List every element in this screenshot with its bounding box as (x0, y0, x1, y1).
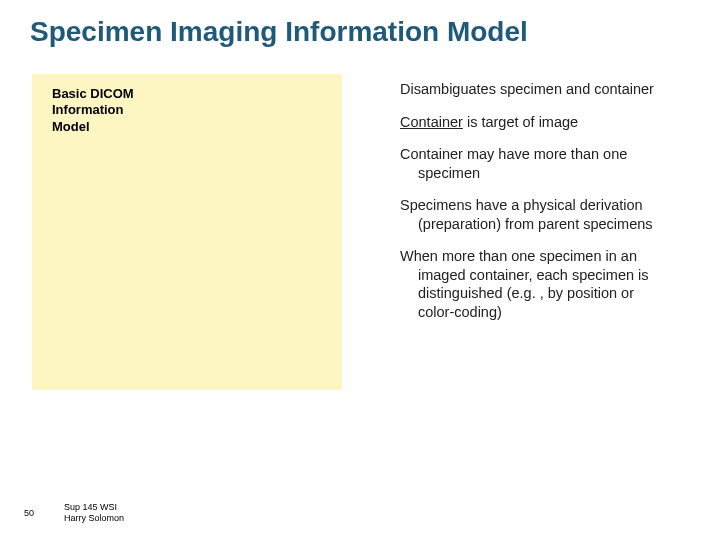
page-title: Specimen Imaging Information Model (30, 16, 528, 48)
underlined-word: Container (400, 114, 463, 130)
footer-text: Sup 145 WSI Harry Solomon (64, 502, 124, 524)
bullet-item: Container is target of image (400, 113, 670, 132)
footer-line: Harry Solomon (64, 513, 124, 523)
footer-line: Sup 145 WSI (64, 502, 117, 512)
bullet-item: Specimens have a physical derivation (pr… (400, 196, 670, 233)
bullet-list: Disambiguates specimen and container Con… (400, 80, 670, 335)
diagram-box: Basic DICOM Information Model (32, 74, 342, 390)
box-label-line: Basic DICOM (52, 86, 134, 101)
box-label-line: Model (52, 119, 90, 134)
bullet-item: Disambiguates specimen and container (400, 80, 670, 99)
box-label: Basic DICOM Information Model (52, 86, 134, 135)
bullet-item: Container may have more than one specime… (400, 145, 670, 182)
bullet-item: When more than one specimen in an imaged… (400, 247, 670, 321)
box-label-line: Information (52, 102, 124, 117)
page-number: 50 (24, 508, 34, 518)
slide: Specimen Imaging Information Model Basic… (0, 0, 720, 540)
bullet-rest: is target of image (463, 114, 578, 130)
